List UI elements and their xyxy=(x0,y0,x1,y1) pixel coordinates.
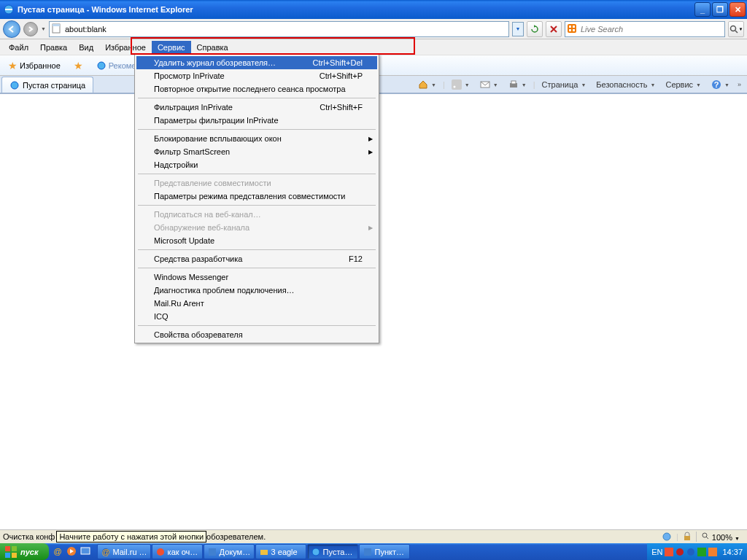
page-icon xyxy=(51,23,63,35)
star-icon: ★ xyxy=(8,60,18,71)
svg-rect-37 xyxy=(364,548,371,556)
favorites-star-button[interactable]: ★ Избранное xyxy=(3,58,66,74)
task-button[interactable]: @Mail.ru … xyxy=(97,544,151,559)
forward-button[interactable] xyxy=(23,22,38,36)
refresh-button[interactable] xyxy=(527,21,543,37)
menu-item: Обнаружение веб-канала▶ xyxy=(136,221,377,234)
safety-menu[interactable]: Безопасность▼ xyxy=(592,79,659,90)
svg-point-8 xyxy=(730,26,735,31)
menu-item[interactable]: Фильтрация InPrivateCtrl+Shift+F xyxy=(136,101,377,114)
search-input[interactable] xyxy=(581,25,723,34)
task-button[interactable]: Пуста… xyxy=(307,544,358,559)
address-bar[interactable] xyxy=(49,21,509,37)
svg-rect-5 xyxy=(573,26,575,28)
svg-rect-38 xyxy=(665,548,673,556)
tray-icon-3[interactable] xyxy=(686,548,695,556)
maximize-button[interactable]: ❐ xyxy=(712,2,728,17)
stop-button[interactable] xyxy=(546,21,562,37)
tab-current[interactable]: Пустая страница xyxy=(1,77,93,93)
taskbar: пуск @ @Mail.ru …как оч…Докум…3 eagleПус… xyxy=(0,543,747,560)
tray-icon-5[interactable] xyxy=(708,548,717,556)
svg-point-39 xyxy=(676,548,684,556)
svg-point-10 xyxy=(98,62,105,69)
menu-favorites[interactable]: Избранное xyxy=(99,41,152,54)
menu-tools[interactable]: Сервис xyxy=(152,41,191,54)
mail-button[interactable]: ▼ xyxy=(476,79,502,90)
svg-text:@: @ xyxy=(101,548,109,556)
tools-dropdown: Удалить журнал обозревателя…Ctrl+Shift+D… xyxy=(134,54,379,343)
ql-media-icon[interactable] xyxy=(66,545,79,559)
menu-item: Представление совместимости xyxy=(136,176,377,190)
svg-point-33 xyxy=(157,548,164,556)
svg-rect-42 xyxy=(708,548,717,556)
task-button[interactable]: как оч… xyxy=(152,544,203,559)
svg-rect-20 xyxy=(684,536,690,540)
svg-rect-3 xyxy=(568,24,576,33)
status-bar: Очистка конф Начните работу с нажатия эт… xyxy=(0,529,747,543)
zoom-control[interactable]: 100% ▼ xyxy=(696,532,744,542)
search-button[interactable]: ▼ xyxy=(728,21,744,37)
live-search-icon xyxy=(567,23,578,35)
back-button[interactable] xyxy=(3,20,20,38)
tray-icon-2[interactable] xyxy=(676,548,684,556)
menu-item[interactable]: Диагностика проблем подключения… xyxy=(136,284,377,297)
svg-text:@: @ xyxy=(53,547,61,556)
address-dropdown[interactable]: ▼ xyxy=(512,22,524,36)
menu-item[interactable]: Удалить журнал обозревателя…Ctrl+Shift+D… xyxy=(136,56,377,69)
tools-menu[interactable]: Сервис▼ xyxy=(662,79,705,90)
menu-view[interactable]: Вид xyxy=(73,41,99,54)
menu-item[interactable]: ICQ xyxy=(136,310,377,323)
menu-item[interactable]: Повторное открытие последнего сеанса про… xyxy=(136,82,377,96)
task-button[interactable]: Докум… xyxy=(204,544,255,559)
status-tooltip: Начните работу с нажатия этой кнопки xyxy=(56,531,206,542)
ql-mailru-icon[interactable]: @ xyxy=(52,545,65,559)
internet-zone-icon xyxy=(662,532,672,542)
feeds-button[interactable]: ▼ xyxy=(448,78,473,91)
svg-rect-25 xyxy=(5,553,10,558)
svg-rect-26 xyxy=(12,553,17,558)
menu-item[interactable]: Windows Messenger xyxy=(136,271,377,284)
menu-item[interactable]: Параметры фильтрации InPrivate xyxy=(136,114,377,127)
menu-item[interactable]: Фильтр SmartScreen▶ xyxy=(136,145,377,158)
menu-item[interactable]: Параметры режима представления совместим… xyxy=(136,190,377,203)
protected-mode-icon xyxy=(683,532,692,542)
minimize-button[interactable]: _ xyxy=(694,2,711,17)
menu-help[interactable]: Справка xyxy=(191,41,234,54)
print-button[interactable]: ▼ xyxy=(505,78,530,91)
help-button[interactable]: ?▼ xyxy=(708,78,733,91)
nav-dropdown-icon[interactable]: ▼ xyxy=(41,26,46,31)
menu-item[interactable]: Свойства обозревателя xyxy=(136,328,377,341)
menu-item[interactable]: Блокирование всплывающих окон▶ xyxy=(136,132,377,145)
svg-point-19 xyxy=(663,533,670,540)
language-indicator[interactable]: EN xyxy=(651,548,662,556)
svg-rect-24 xyxy=(12,546,17,551)
svg-rect-34 xyxy=(209,548,216,556)
chevron-expand-icon[interactable]: » xyxy=(736,81,743,88)
menu-item[interactable]: Просмотр InPrivateCtrl+Shift+P xyxy=(136,69,377,82)
menu-file[interactable]: Файл xyxy=(3,41,34,54)
ql-desktop-icon[interactable] xyxy=(80,545,93,559)
menu-item[interactable]: Средства разработчикаF12 xyxy=(136,252,377,265)
address-input[interactable] xyxy=(65,25,507,34)
svg-rect-16 xyxy=(511,81,516,84)
task-button[interactable]: Пункт… xyxy=(359,544,410,559)
svg-rect-41 xyxy=(697,548,706,556)
home-button[interactable]: ▼ xyxy=(414,78,440,91)
start-button[interactable]: пуск xyxy=(0,543,49,560)
menu-edit[interactable]: Правка xyxy=(34,41,73,54)
star-add-icon: ★ xyxy=(74,60,83,71)
tray-icon-4[interactable] xyxy=(697,548,706,556)
add-favorite-button[interactable]: ★ xyxy=(69,58,88,74)
clock[interactable]: 14:37 xyxy=(722,548,743,556)
tray-icon-1[interactable] xyxy=(665,548,673,556)
menu-item[interactable]: Mail.Ru Агент xyxy=(136,297,377,310)
svg-line-22 xyxy=(706,537,708,539)
close-button[interactable]: ✕ xyxy=(729,2,746,17)
task-button[interactable]: 3 eagle xyxy=(255,544,306,559)
svg-point-40 xyxy=(687,548,694,556)
page-menu[interactable]: Страница▼ xyxy=(538,79,590,90)
search-bar[interactable] xyxy=(565,21,725,37)
svg-rect-35 xyxy=(260,550,268,555)
menu-item[interactable]: Надстройки xyxy=(136,158,377,171)
menu-item[interactable]: Microsoft Update xyxy=(136,234,377,247)
